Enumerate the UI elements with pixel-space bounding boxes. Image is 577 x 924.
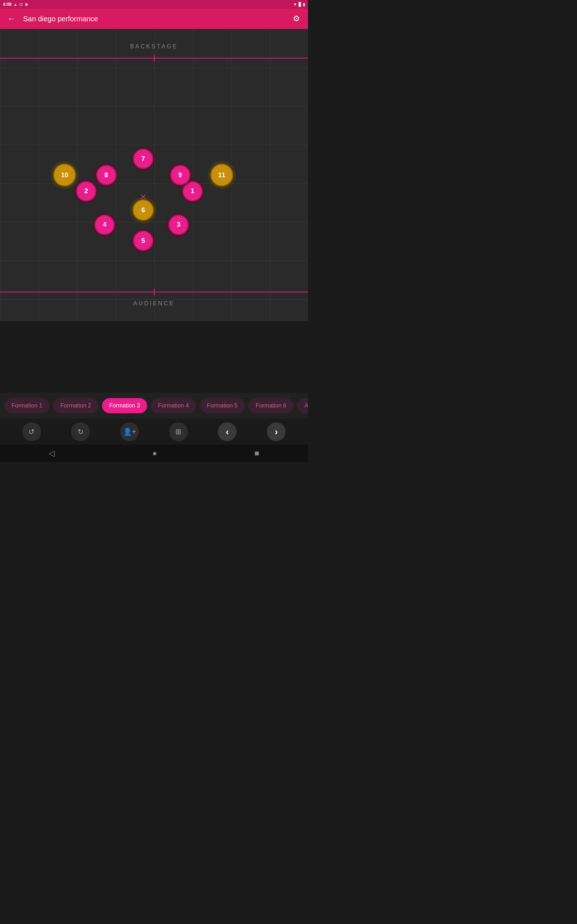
formation-tab-f5[interactable]: Formation 5 (200, 398, 245, 413)
backstage-label: BACKSTAGE (130, 43, 178, 50)
status-app-icon3: ⊕ (25, 3, 28, 6)
signal-icon: ▊ (298, 2, 301, 7)
performer-p11[interactable]: 11 (208, 161, 236, 189)
performer-number-p5: 5 (134, 232, 152, 250)
audience-label: AUDIENCE (134, 300, 175, 307)
control-next[interactable]: › (267, 422, 285, 441)
performer-number-p11: 11 (211, 165, 232, 186)
performer-p7[interactable]: 7 (131, 146, 156, 171)
back-button[interactable]: ← (6, 13, 17, 24)
performer-p3[interactable]: 3 (166, 212, 191, 237)
battery-icon: ▮ (303, 2, 305, 7)
status-bar-right: ▼ ▊ ▮ (293, 2, 305, 7)
nav-recents-button[interactable]: ■ (246, 446, 268, 461)
status-bar: 4:08 ▲ ⬡ ⊕ ▼ ▊ ▮ (0, 0, 308, 9)
formation-tab-f3[interactable]: Formation 3 (102, 398, 147, 413)
status-app-icon1: ▲ (14, 3, 17, 6)
controls-bar: ↺↻👤+⊞‹› (0, 419, 308, 445)
formation-tab-f4[interactable]: Formation 4 (151, 398, 196, 413)
performer-p9[interactable]: 9 (168, 162, 193, 188)
performer-number-p3: 3 (169, 216, 187, 234)
performer-number-p9: 9 (171, 166, 189, 184)
page-title: San diego performance (23, 15, 291, 23)
performer-p8[interactable]: 8 (94, 162, 119, 188)
performer-number-p7: 7 (134, 150, 152, 168)
audience-divider (0, 292, 308, 292)
status-bar-left: 4:08 ▲ ⬡ ⊕ (3, 2, 28, 7)
nav-back-button[interactable]: ◁ (40, 446, 63, 461)
settings-button[interactable]: ⚙ (291, 13, 302, 24)
performer-p4[interactable]: 4 (92, 212, 117, 237)
formations-bar: Formation 1Formation 2Formation 3Formati… (0, 393, 308, 419)
performer-number-p6: 6 (134, 200, 153, 220)
wifi-icon: ▼ (293, 2, 297, 6)
formation-tab-f1[interactable]: Formation 1 (4, 398, 49, 413)
performer-p6[interactable]: 6 (130, 197, 156, 223)
nav-home-button[interactable]: ● (143, 446, 166, 461)
performer-number-p8: 8 (97, 166, 115, 184)
control-prev[interactable]: ‹ (218, 422, 237, 441)
formation-tab-f6[interactable]: Formation 6 (248, 398, 293, 413)
performer-p10[interactable]: 10 (50, 161, 79, 189)
status-time: 4:08 (3, 2, 11, 7)
performer-p5[interactable]: 5 (131, 228, 156, 254)
grid-overlay (0, 29, 308, 321)
backstage-divider (0, 58, 308, 58)
stage-area: BACKSTAGE AUDIENCE ✕ 1234567891011 (0, 29, 308, 321)
status-app-icon2: ⬡ (19, 3, 23, 6)
performer-p2[interactable]: 2 (74, 179, 99, 204)
nav-bar: ◁ ● ■ (0, 445, 308, 462)
app-bar: ← San diego performance ⚙ (0, 9, 308, 29)
bottom-area: Formation 1Formation 2Formation 3Formati… (0, 393, 308, 462)
performer-number-p2: 2 (77, 182, 95, 200)
formation-tab-fa[interactable]: Ac... (297, 398, 308, 413)
control-add-user[interactable]: 👤+ (120, 422, 139, 441)
performer-number-p10: 10 (54, 165, 75, 186)
formation-tab-f2[interactable]: Formation 2 (53, 398, 98, 413)
control-redo[interactable]: ↻ (71, 422, 90, 441)
performer-number-p4: 4 (95, 216, 114, 234)
control-layers[interactable]: ⊞ (169, 422, 188, 441)
control-undo[interactable]: ↺ (23, 422, 41, 441)
